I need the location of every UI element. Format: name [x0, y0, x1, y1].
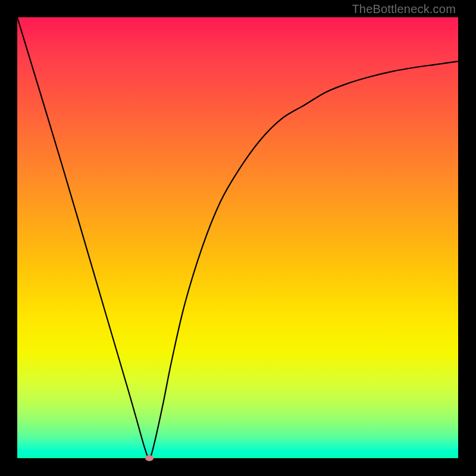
bottleneck-curve	[17, 17, 458, 458]
min-marker-dot	[145, 455, 154, 461]
plot-area	[17, 17, 458, 458]
chart-frame: TheBottleneck.com	[0, 0, 476, 476]
watermark-text: TheBottleneck.com	[352, 2, 456, 16]
